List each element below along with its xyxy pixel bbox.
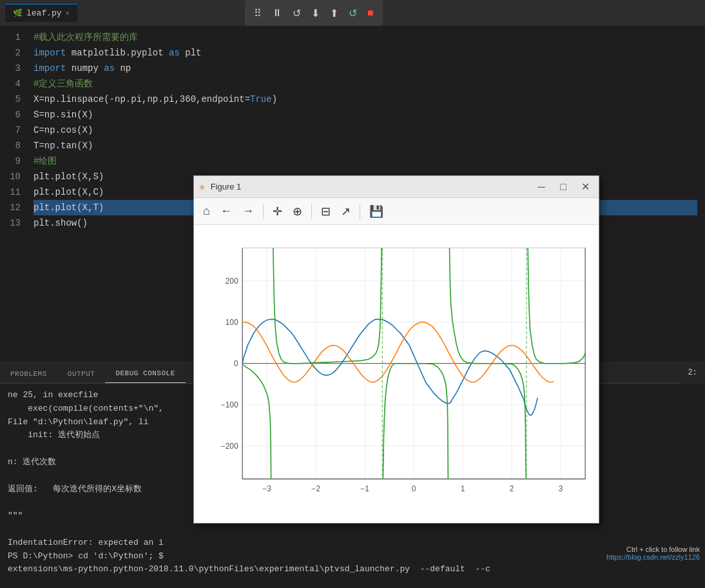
panel-badge: 2: bbox=[681, 361, 705, 384]
code-line-4: #定义三角函数 bbox=[34, 76, 697, 92]
chart-svg: 200 100 0 −100 −200 −3 −2 −1 0 1 2 3 bbox=[200, 231, 592, 516]
figure-close-btn[interactable]: ✕ bbox=[577, 179, 594, 195]
code-line-9: #绘图 bbox=[34, 153, 697, 169]
fig-sep-1 bbox=[263, 204, 264, 219]
svg-text:−3: −3 bbox=[262, 484, 271, 493]
fig-forward-btn[interactable]: → bbox=[238, 202, 258, 220]
fig-edit-btn[interactable]: ↗ bbox=[337, 202, 354, 221]
tab-close-btn[interactable]: × bbox=[66, 10, 70, 17]
x-axis-labels: −3 −2 −1 0 1 2 3 bbox=[262, 484, 563, 493]
debug-toolbar: ⠿ ⏸ ↺ ⬇ ⬆ ↺ ■ bbox=[245, 0, 383, 26]
figure-title-icon: ✳ bbox=[199, 181, 206, 193]
svg-text:−1: −1 bbox=[360, 484, 369, 493]
tab-filename: leaf.py bbox=[26, 8, 62, 18]
fig-pan-btn[interactable]: ✛ bbox=[269, 202, 286, 221]
fig-save-btn[interactable]: 💾 bbox=[365, 202, 387, 221]
leaf-icon: 🌿 bbox=[13, 8, 23, 18]
code-line-3: import numpy as np bbox=[34, 61, 697, 76]
output-tab[interactable]: OUTPUT bbox=[57, 365, 106, 383]
ctrl-hint: Ctrl + click to follow link bbox=[626, 545, 700, 553]
svg-text:−100: −100 bbox=[221, 400, 238, 409]
fig-back-btn[interactable]: ← bbox=[217, 202, 236, 220]
figure-toolbar: ⌂ ← → ✛ ⊕ ⊟ ↗ 💾 bbox=[194, 198, 599, 225]
debug-pause-btn[interactable]: ⏸ bbox=[268, 5, 286, 21]
code-line-1: #载入此次程序所需要的库 bbox=[34, 30, 697, 45]
svg-text:1: 1 bbox=[461, 484, 465, 493]
debug-step-out-btn[interactable]: ⬆ bbox=[326, 5, 342, 22]
y-axis-labels: 200 100 0 −100 −200 bbox=[221, 277, 238, 451]
svg-text:0: 0 bbox=[234, 359, 238, 368]
file-tab[interactable]: 🌿 leaf.py × bbox=[5, 4, 77, 22]
fig-sep-2 bbox=[311, 204, 312, 219]
figure-minimize-btn[interactable]: ─ bbox=[533, 179, 550, 195]
url-link[interactable]: https://blog.csdn.net/zzly1126 bbox=[606, 553, 700, 561]
top-toolbar: 🌿 leaf.py × ⠿ ⏸ ↺ ⬇ ⬆ ↺ ■ bbox=[0, 0, 705, 26]
debug-console-tab[interactable]: DEBUG CONSOLE bbox=[105, 364, 185, 383]
line-numbers: 12345 678910 111213 bbox=[0, 26, 26, 361]
code-line-6: S=np.sin(X) bbox=[34, 107, 697, 122]
svg-text:−2: −2 bbox=[311, 484, 320, 493]
figure-maximize-btn[interactable]: □ bbox=[555, 179, 572, 195]
fig-configure-btn[interactable]: ⊟ bbox=[317, 202, 334, 221]
debug-step-into-btn[interactable]: ⬇ bbox=[307, 5, 324, 22]
code-line-8: T=np.tan(X) bbox=[34, 138, 697, 153]
figure-titlebar: ✳ Figure 1 ─ □ ✕ bbox=[194, 176, 599, 198]
fig-home-btn[interactable]: ⌂ bbox=[199, 202, 214, 220]
debug-step-over-btn[interactable]: ↺ bbox=[289, 5, 305, 22]
figure-window: ✳ Figure 1 ─ □ ✕ ⌂ ← → ✛ ⊕ ⊟ ↗ 💾 bbox=[193, 175, 599, 524]
svg-text:3: 3 bbox=[559, 484, 563, 493]
svg-text:−200: −200 bbox=[221, 442, 238, 451]
figure-plot-area: 200 100 0 −100 −200 −3 −2 −1 0 1 2 3 bbox=[194, 225, 599, 523]
fig-zoom-btn[interactable]: ⊕ bbox=[289, 202, 306, 221]
debug-stop-btn[interactable]: ■ bbox=[363, 5, 378, 21]
svg-text:200: 200 bbox=[226, 277, 238, 286]
svg-text:0: 0 bbox=[412, 484, 416, 493]
watermark: Ctrl + click to follow link https://blog… bbox=[601, 544, 705, 562]
code-line-5: X=np.linspace(-np.pi,np.pi,360,endpoint=… bbox=[34, 92, 697, 107]
figure-title-text: Figure 1 bbox=[211, 182, 528, 191]
debug-dots-btn[interactable]: ⠿ bbox=[250, 5, 266, 22]
problems-tab[interactable]: PROBLEMS bbox=[0, 365, 57, 383]
debug-restart-btn[interactable]: ↺ bbox=[345, 5, 361, 22]
svg-text:2: 2 bbox=[510, 484, 514, 493]
code-line-2: import matplotlib.pyplot as plt bbox=[34, 45, 697, 61]
fig-sep-3 bbox=[360, 204, 360, 219]
code-line-7: C=np.cos(X) bbox=[34, 122, 697, 138]
svg-text:100: 100 bbox=[226, 318, 238, 327]
